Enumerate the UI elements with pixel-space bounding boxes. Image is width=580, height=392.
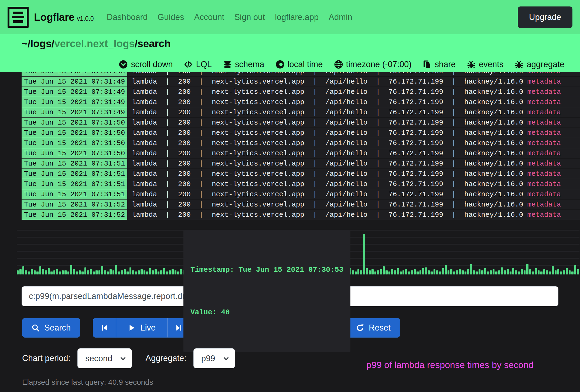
chart-bar[interactable] <box>121 270 123 274</box>
toolbar-item-scroll-down[interactable]: scroll down <box>119 60 173 69</box>
log-row[interactable]: Tue Jun 15 2021 07:31:50lambda | 200 | n… <box>22 138 580 148</box>
chart-bar[interactable] <box>163 268 165 274</box>
chart-bar[interactable] <box>67 271 69 274</box>
chart-bar[interactable] <box>540 271 542 274</box>
chart-bar[interactable] <box>22 266 24 274</box>
chart-bar[interactable] <box>62 270 64 274</box>
toolbar-item-share[interactable]: share <box>423 60 456 69</box>
chart-bar[interactable] <box>169 270 171 274</box>
log-row[interactable]: Tue Jun 15 2021 07:31:49lambda | 200 | n… <box>22 97 580 107</box>
chart-bar[interactable] <box>166 271 168 274</box>
chart-bar[interactable] <box>158 271 159 274</box>
metadata-link[interactable]: metadata <box>527 159 561 169</box>
chart-bar[interactable] <box>535 268 537 274</box>
log-row[interactable]: Tue Jun 15 2021 07:31:49lambda | 200 | n… <box>22 107 580 118</box>
chart-bar[interactable] <box>462 270 463 274</box>
chart-bar[interactable] <box>385 270 387 274</box>
chart-bar[interactable] <box>59 271 61 274</box>
metadata-link[interactable]: metadata <box>527 169 561 179</box>
chart-bar[interactable] <box>115 265 117 274</box>
chart-bar[interactable] <box>552 266 554 274</box>
chart-bar[interactable] <box>512 268 514 274</box>
metadata-link[interactable]: metadata <box>527 97 561 107</box>
metadata-link[interactable]: metadata <box>527 189 561 199</box>
chart-bar[interactable] <box>42 269 44 274</box>
chart-bar[interactable] <box>543 269 545 274</box>
chart-bar[interactable] <box>17 270 19 274</box>
chart-bar[interactable] <box>132 270 134 274</box>
log-volume-chart[interactable]: Timestamp:Tue Jun 15 2021 07:30:53 Value… <box>17 230 579 279</box>
nav-link-sign-out[interactable]: Sign out <box>234 12 265 22</box>
aggregate-select[interactable]: p99 <box>193 348 235 368</box>
chart-bar[interactable] <box>146 271 148 274</box>
chart-bar[interactable] <box>445 265 447 274</box>
chart-bar[interactable] <box>414 269 416 274</box>
chart-bar[interactable] <box>84 267 86 274</box>
chart-bar[interactable] <box>549 271 551 274</box>
brand-link[interactable]: Logflare v1.0.0 <box>34 11 94 23</box>
chart-bar[interactable] <box>501 267 503 274</box>
toolbar-item-events[interactable]: events <box>467 60 503 69</box>
log-row[interactable]: Tue Jun 15 2021 07:31:50lambda | 200 | n… <box>22 118 580 128</box>
log-row[interactable]: Tue Jun 15 2021 07:31:51lambda | 200 | n… <box>22 159 580 169</box>
chart-bar[interactable] <box>149 268 151 274</box>
chart-bar[interactable] <box>425 267 427 274</box>
chart-bar[interactable] <box>369 270 371 274</box>
chart-bar[interactable] <box>388 271 390 274</box>
live-button[interactable]: Live <box>116 318 167 338</box>
chart-bar[interactable] <box>70 265 72 274</box>
chart-bar[interactable] <box>557 269 559 274</box>
chart-bar[interactable] <box>498 270 500 274</box>
log-row[interactable]: Tue Jun 15 2021 07:31:52lambda | 200 | n… <box>22 210 580 220</box>
chart-bar[interactable] <box>470 264 472 274</box>
chart-bar[interactable] <box>144 270 145 274</box>
chart-bar[interactable] <box>515 270 517 274</box>
chart-bar[interactable] <box>526 264 528 274</box>
chart-bar[interactable] <box>442 268 444 274</box>
chart-bar[interactable] <box>172 269 173 274</box>
chart-bar[interactable] <box>374 271 376 274</box>
metadata-link[interactable]: metadata <box>527 118 561 128</box>
chart-bar[interactable] <box>487 271 489 274</box>
chart-bar[interactable] <box>577 269 579 274</box>
chart-bar[interactable] <box>439 271 441 274</box>
chart-bar[interactable] <box>456 270 458 274</box>
chart-bar[interactable] <box>521 269 523 274</box>
chart-bar[interactable] <box>419 270 421 274</box>
chart-bar[interactable] <box>56 269 58 274</box>
chart-bar[interactable] <box>124 269 126 274</box>
chart-bar[interactable] <box>391 269 393 274</box>
chart-bar[interactable] <box>383 266 385 274</box>
chart-bar[interactable] <box>394 270 396 274</box>
chart-bar[interactable] <box>532 271 534 274</box>
chart-bar[interactable] <box>411 270 413 274</box>
chart-bar[interactable] <box>555 270 557 274</box>
chart-bar[interactable] <box>417 271 418 274</box>
nav-link-admin[interactable]: Admin <box>329 12 352 22</box>
chart-bar[interactable] <box>371 269 373 274</box>
chart-bar[interactable] <box>473 270 475 274</box>
chart-bar[interactable] <box>436 270 438 274</box>
log-row[interactable]: Tue Jun 15 2021 07:31:51lambda | 200 | n… <box>22 179 580 189</box>
chart-bar[interactable] <box>366 268 368 274</box>
chart-bar[interactable] <box>422 268 424 274</box>
chart-bar[interactable] <box>19 269 21 274</box>
chart-bar[interactable] <box>87 270 89 274</box>
metadata-link[interactable]: metadata <box>527 148 561 158</box>
chart-bar[interactable] <box>560 271 562 274</box>
chart-bar[interactable] <box>129 267 131 274</box>
chart-bar[interactable] <box>53 270 55 274</box>
chart-bar[interactable] <box>363 234 365 274</box>
chart-bar[interactable] <box>141 269 142 274</box>
chart-bar[interactable] <box>95 270 97 274</box>
log-row[interactable]: Tue Jun 15 2021 07:31:50lambda | 200 | n… <box>22 148 580 159</box>
chart-bar[interactable] <box>571 271 573 274</box>
chart-bar[interactable] <box>507 269 509 274</box>
chart-bar[interactable] <box>400 271 402 274</box>
chart-bar[interactable] <box>352 270 354 274</box>
chart-bar[interactable] <box>34 270 36 274</box>
log-row[interactable]: Tue Jun 15 2021 07:31:50lambda | 200 | n… <box>22 128 580 138</box>
metadata-link[interactable]: metadata <box>527 107 561 117</box>
metadata-link[interactable]: metadata <box>527 138 561 148</box>
chart-bar[interactable] <box>73 269 75 274</box>
